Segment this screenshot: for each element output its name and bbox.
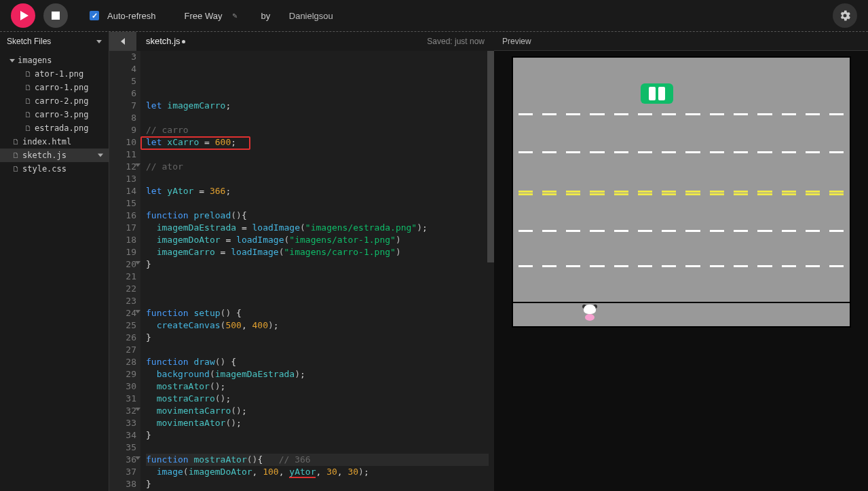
file-estrada.png[interactable]: 🗋estrada.png bbox=[0, 121, 109, 135]
editor: sketch.js Saved: just now 34567891011121… bbox=[109, 32, 494, 491]
file-sketch.js[interactable]: 🗋sketch.js bbox=[0, 149, 109, 162]
sketch-canvas[interactable] bbox=[512, 56, 851, 328]
edit-name-icon[interactable]: ✎ bbox=[232, 12, 238, 20]
tab-active[interactable]: sketch.js bbox=[136, 32, 195, 51]
gear-icon bbox=[838, 9, 852, 22]
gutter: 3456789101112131415161718192021222324252… bbox=[109, 51, 140, 491]
topbar: Auto-refresh Free Way ✎ by Danielgsou bbox=[0, 0, 868, 31]
chevron-left-icon bbox=[121, 38, 125, 45]
author-link[interactable]: Danielgsou bbox=[289, 11, 333, 21]
file-style.css[interactable]: 🗋style.css bbox=[0, 162, 109, 176]
collapse-sidebar-button[interactable] bbox=[109, 32, 136, 51]
preview-body bbox=[494, 51, 868, 491]
auto-refresh-label: Auto-refresh bbox=[107, 11, 156, 21]
stop-button[interactable] bbox=[43, 3, 68, 28]
main: Sketch Files imagens🗋ator-1.png🗋carro-1.… bbox=[0, 32, 868, 491]
file-carro-1.png[interactable]: 🗋carro-1.png bbox=[0, 81, 109, 94]
file-carro-2.png[interactable]: 🗋carro-2.png bbox=[0, 94, 109, 108]
settings-button[interactable] bbox=[833, 3, 857, 28]
road-bottom bbox=[513, 302, 850, 326]
play-icon bbox=[20, 11, 29, 20]
file-index.html[interactable]: 🗋index.html bbox=[0, 135, 109, 149]
file-carro-3.png[interactable]: 🗋carro-3.png bbox=[0, 108, 109, 121]
code-content[interactable]: let imagemCarro;// carrolet xCarro = 600… bbox=[140, 51, 494, 491]
preview-header: Preview bbox=[494, 32, 868, 51]
by-label: by bbox=[261, 11, 270, 21]
unsaved-dot-icon bbox=[182, 40, 185, 43]
car-sprite bbox=[641, 83, 673, 104]
save-status: Saved: just now bbox=[427, 37, 494, 46]
file-tree: imagens🗋ator-1.png🗋carro-1.png🗋carro-2.p… bbox=[0, 51, 109, 178]
file-imagens[interactable]: imagens bbox=[0, 54, 109, 67]
auto-refresh-checkbox[interactable] bbox=[90, 11, 99, 20]
actor-sprite bbox=[581, 305, 599, 322]
code-editor[interactable]: 3456789101112131415161718192021222324252… bbox=[109, 51, 494, 491]
stop-icon bbox=[52, 12, 60, 20]
play-button[interactable] bbox=[11, 3, 35, 28]
sidebar: Sketch Files imagens🗋ator-1.png🗋carro-1.… bbox=[0, 32, 109, 491]
sidebar-header[interactable]: Sketch Files bbox=[0, 32, 109, 51]
file-ator-1.png[interactable]: 🗋ator-1.png bbox=[0, 67, 109, 81]
sidebar-header-label: Sketch Files bbox=[7, 37, 51, 46]
chevron-down-icon bbox=[96, 40, 102, 43]
project-name[interactable]: Free Way bbox=[185, 11, 223, 21]
preview-panel: Preview bbox=[494, 32, 868, 491]
tabs-bar: sketch.js Saved: just now bbox=[109, 32, 494, 51]
